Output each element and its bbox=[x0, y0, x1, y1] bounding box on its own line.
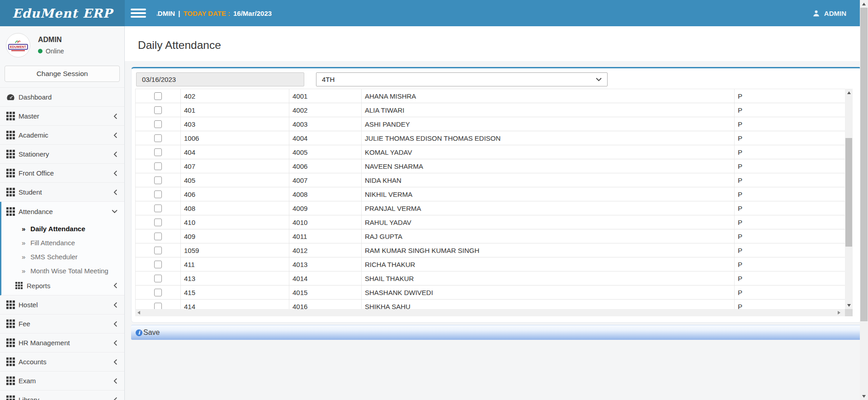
sidebar-item-hr-management[interactable]: HR Management bbox=[0, 333, 124, 352]
attendance-row-checkbox[interactable] bbox=[154, 148, 162, 156]
attendance-row-checkbox[interactable] bbox=[154, 247, 162, 254]
checkbox-cell bbox=[136, 201, 180, 215]
sidebar-item-reports[interactable]: Reports bbox=[1, 278, 124, 293]
scroll-up-arrow[interactable] bbox=[845, 89, 853, 96]
sidebar-item-label: Hostel bbox=[19, 301, 38, 309]
student-name-cell: SHAIL THAKUR bbox=[361, 271, 734, 285]
table-row: 10064004JULIE THOMAS EDISON THOMAS EDISO… bbox=[135, 131, 845, 145]
roll-no-cell: 1059 bbox=[180, 243, 289, 257]
angle-double-right-icon: » bbox=[22, 253, 25, 261]
sidebar-item-student[interactable]: Student bbox=[0, 183, 124, 202]
marquee-date-value: 16/Mar/2023 bbox=[233, 10, 272, 17]
sidebar-item-master[interactable]: Master bbox=[0, 107, 124, 126]
admission-no-cell: 4011 bbox=[289, 229, 361, 243]
sidebar-item-front-office[interactable]: Front Office bbox=[0, 164, 124, 183]
sidebar-item-dashboard[interactable]: Dashboard bbox=[0, 88, 124, 107]
sidebar-item-hostel[interactable]: Hostel bbox=[0, 295, 124, 314]
table-scrollbar-thumb[interactable] bbox=[845, 138, 852, 247]
checkbox-cell bbox=[136, 271, 180, 285]
sidebar-item-attendance[interactable]: Attendance bbox=[1, 202, 124, 221]
checkbox-cell bbox=[136, 257, 180, 271]
sidebar-item-label: Month Wise Total Meeting bbox=[30, 267, 108, 275]
sidebar-item-sms-scheduler[interactable]: »SMS Scheduler bbox=[1, 250, 124, 264]
attendance-row-checkbox[interactable] bbox=[154, 303, 162, 310]
attendance-row-checkbox[interactable] bbox=[154, 233, 162, 240]
student-name-cell: NIDA KHAN bbox=[361, 173, 734, 187]
roll-no-cell: 415 bbox=[180, 286, 289, 299]
scroll-down-arrow[interactable] bbox=[845, 301, 853, 309]
table-vertical-scrollbar[interactable] bbox=[845, 89, 853, 309]
attendance-row-checkbox[interactable] bbox=[154, 92, 162, 100]
attendance-row-checkbox[interactable] bbox=[154, 205, 162, 212]
table-row: 4034003ASHI PANDEYP bbox=[135, 117, 845, 131]
roll-no-cell: 403 bbox=[180, 117, 289, 131]
account-menu[interactable]: ADMIN bbox=[812, 0, 846, 26]
table-row: 4144016SHIKHA SAHUP bbox=[135, 300, 845, 309]
checkbox-cell bbox=[136, 103, 180, 117]
table-horizontal-scrollbar[interactable] bbox=[135, 309, 853, 316]
attendance-table: 4024001AHANA MISHRAP4014002ALIA TIWARIP4… bbox=[135, 89, 853, 316]
page-scroll-down-arrow[interactable] bbox=[860, 392, 868, 400]
date-input[interactable] bbox=[136, 72, 304, 86]
scroll-right-arrow[interactable] bbox=[838, 311, 840, 314]
attendance-row-checkbox[interactable] bbox=[154, 176, 162, 184]
attendance-row-checkbox[interactable] bbox=[154, 289, 162, 296]
sidebar-item-daily-attendance[interactable]: »Daily Attendance bbox=[1, 222, 124, 236]
sidebar-item-library[interactable]: Library bbox=[0, 390, 124, 400]
attendance-row-checkbox[interactable] bbox=[154, 162, 162, 170]
student-name-cell: RAHUL YADAV bbox=[361, 215, 734, 229]
checkbox-cell bbox=[136, 229, 180, 243]
attendance-panel: 4TH 4024001AHANA MISHRAP4014002ALIA TIWA… bbox=[131, 67, 862, 323]
change-session-button[interactable]: Change Session bbox=[5, 66, 120, 82]
roll-no-cell: 404 bbox=[180, 145, 289, 159]
page-scroll-up-arrow[interactable] bbox=[860, 0, 868, 8]
sidebar-item-label: Fee bbox=[19, 320, 30, 328]
grid-icon bbox=[15, 282, 23, 289]
student-name-cell: SHIKHA SAHU bbox=[361, 300, 734, 309]
attendance-row-checkbox[interactable] bbox=[154, 261, 162, 268]
grid-icon bbox=[6, 338, 19, 347]
attendance-row-checkbox[interactable] bbox=[154, 219, 162, 226]
page-scrollbar-thumb[interactable] bbox=[860, 8, 868, 321]
table-row: 4094011RAJ GUPTAP bbox=[135, 229, 845, 243]
hamburger-menu-icon[interactable] bbox=[131, 9, 146, 18]
sidebar-item-accounts[interactable]: Accounts bbox=[0, 352, 124, 371]
top-bar: EduMent ERP ADMIN|TODAY DATE :16/Mar/202… bbox=[0, 0, 868, 26]
save-button-label: Save bbox=[143, 329, 160, 337]
sidebar-user-panel: EDUMENT ADMIN Online bbox=[0, 26, 124, 63]
attendance-table-body: 4024001AHANA MISHRAP4014002ALIA TIWARIP4… bbox=[135, 89, 845, 309]
class-select[interactable]: 4TH bbox=[316, 72, 608, 86]
chevron-left-icon bbox=[113, 132, 118, 138]
sidebar-item-exam[interactable]: Exam bbox=[0, 371, 124, 390]
status-cell: P bbox=[734, 229, 845, 243]
sidebar-item-stationery[interactable]: Stationery bbox=[0, 145, 124, 164]
attendance-row-checkbox[interactable] bbox=[154, 134, 162, 142]
scroll-left-arrow[interactable] bbox=[137, 311, 140, 314]
avatar: EDUMENT bbox=[6, 33, 30, 57]
sidebar-item-label: Front Office bbox=[19, 169, 54, 177]
checkbox-cell bbox=[136, 145, 180, 159]
status-cell: P bbox=[734, 271, 845, 285]
chevron-left-icon bbox=[113, 359, 118, 365]
chevron-left-icon bbox=[113, 113, 118, 119]
student-name-cell: SHASHANK DWIVEDI bbox=[361, 286, 734, 299]
sidebar-item-fee[interactable]: Fee bbox=[0, 314, 124, 333]
attendance-row-checkbox[interactable] bbox=[154, 120, 162, 128]
sidebar-item-academic[interactable]: Academic bbox=[0, 126, 124, 145]
sidebar-item-fill-attendance[interactable]: »Fill Attendance bbox=[1, 236, 124, 250]
save-button[interactable]: i Save bbox=[131, 325, 862, 340]
sidebar-item-month-wise-total-meeting[interactable]: »Month Wise Total Meeting bbox=[1, 264, 124, 278]
attendance-row-checkbox[interactable] bbox=[154, 106, 162, 114]
avatar-logo-underline bbox=[11, 50, 25, 51]
table-row: 4014002ALIA TIWARIP bbox=[135, 103, 845, 117]
attendance-row-checkbox[interactable] bbox=[154, 275, 162, 282]
roll-no-cell: 411 bbox=[180, 257, 289, 271]
roll-no-cell: 406 bbox=[180, 187, 289, 201]
sidebar-item-label: SMS Scheduler bbox=[30, 253, 77, 261]
admission-no-cell: 4016 bbox=[289, 300, 361, 309]
student-name-cell: NAVEEN SHARMA bbox=[361, 159, 734, 173]
page-vertical-scrollbar[interactable] bbox=[860, 0, 868, 400]
roll-no-cell: 414 bbox=[180, 300, 289, 309]
checkbox-cell bbox=[136, 187, 180, 201]
attendance-row-checkbox[interactable] bbox=[154, 190, 162, 198]
